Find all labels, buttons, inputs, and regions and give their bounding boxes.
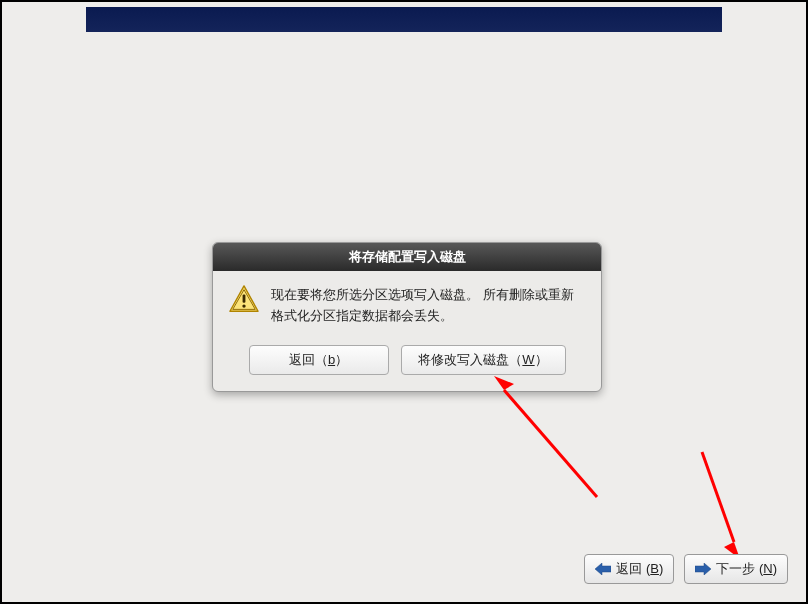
dialog-back-label-suffix: ） [335, 352, 348, 367]
footer-next-label-suffix: ) [773, 561, 777, 576]
footer-back-mnemonic: B [650, 561, 659, 576]
footer-next-label-prefix: 下一步 ( [716, 561, 763, 576]
dialog-message: 现在要将您所选分区选项写入磁盘。 所有删除或重新格式化分区指定数据都会丢失。 [271, 285, 585, 327]
write-storage-dialog: 将存储配置写入磁盘 现在要将您所选分区选项写入磁盘。 所有删除或重新格式化分区指… [212, 242, 602, 392]
svg-line-4 [504, 390, 597, 497]
footer-next-mnemonic: N [763, 561, 772, 576]
warning-icon [229, 285, 259, 313]
message-row: 现在要将您所选分区选项写入磁盘。 所有删除或重新格式化分区指定数据都会丢失。 [229, 285, 585, 327]
svg-marker-8 [595, 563, 611, 575]
dialog-back-button[interactable]: 返回（b） [249, 345, 389, 375]
footer-back-label-prefix: 返回 ( [616, 561, 650, 576]
dialog-button-row: 返回（b） 将修改写入磁盘（W） [229, 345, 585, 375]
footer-back-button[interactable]: 返回 (B) [584, 554, 674, 584]
dialog-title-text: 将存储配置写入磁盘 [349, 249, 466, 264]
footer-buttons: 返回 (B) 下一步 (N) [584, 554, 788, 584]
svg-rect-2 [243, 294, 246, 302]
dialog-back-label-prefix: 返回（ [289, 352, 328, 367]
svg-marker-9 [695, 563, 711, 575]
dialog-write-mnemonic: W [522, 352, 534, 367]
top-banner [86, 7, 722, 32]
annotation-arrow-2 [692, 447, 752, 562]
dialog-body: 现在要将您所选分区选项写入磁盘。 所有删除或重新格式化分区指定数据都会丢失。 返… [213, 271, 601, 391]
dialog-title: 将存储配置写入磁盘 [213, 243, 601, 271]
footer-next-button[interactable]: 下一步 (N) [684, 554, 788, 584]
arrow-left-icon [595, 563, 611, 575]
arrow-right-icon [695, 563, 711, 575]
footer-back-label-suffix: ) [659, 561, 663, 576]
dialog-write-button[interactable]: 将修改写入磁盘（W） [401, 345, 566, 375]
installer-window: 将存储配置写入磁盘 现在要将您所选分区选项写入磁盘。 所有删除或重新格式化分区指… [0, 0, 808, 604]
svg-point-3 [242, 304, 245, 307]
dialog-write-label-prefix: 将修改写入磁盘（ [418, 352, 522, 367]
dialog-write-label-suffix: ） [535, 352, 548, 367]
svg-line-6 [702, 452, 734, 542]
